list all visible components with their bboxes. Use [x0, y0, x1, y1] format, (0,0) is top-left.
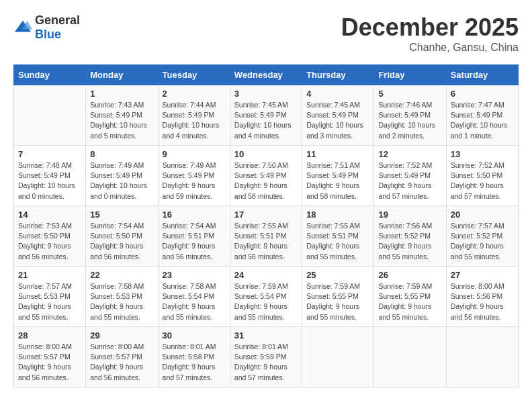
cell-info: Sunrise: 7:58 AM Sunset: 5:53 PM Dayligh…	[90, 281, 153, 322]
cell-info: Sunrise: 7:52 AM Sunset: 5:49 PM Dayligh…	[378, 161, 441, 201]
day-number: 15	[90, 210, 153, 220]
cell-info: Sunrise: 7:43 AM Sunset: 5:49 PM Dayligh…	[90, 100, 153, 141]
month-title: December 2025	[341, 13, 519, 42]
day-number: 30	[163, 330, 226, 340]
day-number: 17	[234, 210, 298, 220]
cell-info: Sunrise: 7:54 AM Sunset: 5:50 PM Dayligh…	[90, 221, 153, 262]
day-number: 21	[18, 270, 81, 280]
day-number: 9	[163, 149, 226, 159]
cell-info: Sunrise: 8:00 AM Sunset: 5:57 PM Dayligh…	[90, 342, 153, 383]
cell-info: Sunrise: 7:54 AM Sunset: 5:51 PM Dayligh…	[163, 221, 226, 262]
calendar-cell: 29Sunrise: 8:00 AM Sunset: 5:57 PM Dayli…	[86, 327, 158, 387]
cell-info: Sunrise: 7:51 AM Sunset: 5:49 PM Dayligh…	[306, 161, 369, 201]
calendar-cell	[14, 85, 86, 146]
cell-info: Sunrise: 7:53 AM Sunset: 5:50 PM Dayligh…	[18, 221, 81, 262]
calendar-cell: 19Sunrise: 7:56 AM Sunset: 5:52 PM Dayli…	[374, 206, 446, 267]
cell-info: Sunrise: 7:55 AM Sunset: 5:51 PM Dayligh…	[306, 221, 369, 262]
cell-info: Sunrise: 7:45 AM Sunset: 5:49 PM Dayligh…	[234, 100, 298, 141]
week-row-1: 7Sunrise: 7:48 AM Sunset: 5:49 PM Daylig…	[14, 146, 519, 206]
calendar-cell	[302, 327, 374, 387]
logo-general: General	[35, 13, 80, 27]
day-number: 7	[18, 149, 81, 159]
day-number: 16	[163, 210, 226, 220]
calendar-cell: 9Sunrise: 7:49 AM Sunset: 5:49 PM Daylig…	[158, 146, 230, 206]
day-number: 13	[451, 149, 514, 159]
weekday-header-saturday: Saturday	[446, 65, 518, 85]
logo: General Blue	[13, 13, 80, 42]
cell-info: Sunrise: 7:55 AM Sunset: 5:51 PM Dayligh…	[234, 221, 298, 262]
day-number: 2	[163, 89, 226, 99]
calendar-cell: 27Sunrise: 8:00 AM Sunset: 5:56 PM Dayli…	[446, 267, 518, 327]
cell-info: Sunrise: 7:49 AM Sunset: 5:49 PM Dayligh…	[90, 161, 153, 201]
calendar-cell: 7Sunrise: 7:48 AM Sunset: 5:49 PM Daylig…	[14, 146, 86, 206]
day-number: 28	[18, 330, 81, 340]
day-number: 25	[306, 270, 369, 280]
calendar-cell	[374, 327, 446, 387]
week-row-2: 14Sunrise: 7:53 AM Sunset: 5:50 PM Dayli…	[14, 206, 519, 267]
cell-info: Sunrise: 7:57 AM Sunset: 5:53 PM Dayligh…	[18, 281, 81, 322]
day-number: 20	[451, 210, 514, 220]
calendar-cell: 10Sunrise: 7:50 AM Sunset: 5:49 PM Dayli…	[230, 146, 302, 206]
weekday-header-monday: Monday	[86, 65, 158, 85]
day-number: 12	[378, 149, 441, 159]
cell-info: Sunrise: 7:58 AM Sunset: 5:54 PM Dayligh…	[163, 281, 226, 322]
day-number: 29	[90, 330, 153, 340]
calendar-cell: 16Sunrise: 7:54 AM Sunset: 5:51 PM Dayli…	[158, 206, 230, 267]
day-number: 27	[451, 270, 514, 280]
calendar-cell: 24Sunrise: 7:59 AM Sunset: 5:54 PM Dayli…	[230, 267, 302, 327]
day-number: 23	[163, 270, 226, 280]
weekday-header-sunday: Sunday	[14, 65, 86, 85]
calendar-cell: 1Sunrise: 7:43 AM Sunset: 5:49 PM Daylig…	[86, 85, 158, 146]
cell-info: Sunrise: 7:48 AM Sunset: 5:49 PM Dayligh…	[18, 161, 81, 201]
cell-info: Sunrise: 7:52 AM Sunset: 5:50 PM Dayligh…	[451, 161, 514, 201]
calendar-cell: 6Sunrise: 7:47 AM Sunset: 5:49 PM Daylig…	[446, 85, 518, 146]
day-number: 5	[378, 89, 441, 99]
cell-info: Sunrise: 7:56 AM Sunset: 5:52 PM Dayligh…	[378, 221, 441, 262]
day-number: 26	[378, 270, 441, 280]
cell-info: Sunrise: 7:50 AM Sunset: 5:49 PM Dayligh…	[234, 161, 298, 201]
calendar-cell: 25Sunrise: 7:59 AM Sunset: 5:55 PM Dayli…	[302, 267, 374, 327]
logo-text: General Blue	[35, 13, 80, 42]
calendar-cell: 11Sunrise: 7:51 AM Sunset: 5:49 PM Dayli…	[302, 146, 374, 206]
calendar-cell: 23Sunrise: 7:58 AM Sunset: 5:54 PM Dayli…	[158, 267, 230, 327]
cell-info: Sunrise: 7:59 AM Sunset: 5:55 PM Dayligh…	[306, 281, 369, 322]
cell-info: Sunrise: 8:00 AM Sunset: 5:56 PM Dayligh…	[451, 281, 514, 322]
cell-info: Sunrise: 7:57 AM Sunset: 5:52 PM Dayligh…	[451, 221, 514, 262]
cell-info: Sunrise: 7:45 AM Sunset: 5:49 PM Dayligh…	[306, 100, 369, 141]
day-number: 10	[234, 149, 298, 159]
calendar-cell: 17Sunrise: 7:55 AM Sunset: 5:51 PM Dayli…	[230, 206, 302, 267]
title-area: December 2025 Chanhe, Gansu, China	[341, 13, 519, 54]
calendar-cell: 15Sunrise: 7:54 AM Sunset: 5:50 PM Dayli…	[86, 206, 158, 267]
day-number: 11	[306, 149, 369, 159]
weekday-header-row: SundayMondayTuesdayWednesdayThursdayFrid…	[14, 65, 519, 85]
calendar-cell: 26Sunrise: 7:59 AM Sunset: 5:55 PM Dayli…	[374, 267, 446, 327]
calendar-cell: 2Sunrise: 7:44 AM Sunset: 5:49 PM Daylig…	[158, 85, 230, 146]
day-number: 31	[234, 330, 298, 340]
calendar-cell	[446, 327, 518, 387]
day-number: 6	[451, 89, 514, 99]
cell-info: Sunrise: 7:47 AM Sunset: 5:49 PM Dayligh…	[451, 100, 514, 141]
calendar-cell: 22Sunrise: 7:58 AM Sunset: 5:53 PM Dayli…	[86, 267, 158, 327]
week-row-0: 1Sunrise: 7:43 AM Sunset: 5:49 PM Daylig…	[14, 85, 519, 146]
cell-info: Sunrise: 8:00 AM Sunset: 5:57 PM Dayligh…	[18, 342, 81, 383]
calendar-cell: 21Sunrise: 7:57 AM Sunset: 5:53 PM Dayli…	[14, 267, 86, 327]
calendar-table: SundayMondayTuesdayWednesdayThursdayFrid…	[13, 64, 519, 387]
weekday-header-wednesday: Wednesday	[230, 65, 302, 85]
day-number: 24	[234, 270, 298, 280]
day-number: 3	[234, 89, 298, 99]
week-row-4: 28Sunrise: 8:00 AM Sunset: 5:57 PM Dayli…	[14, 327, 519, 387]
cell-info: Sunrise: 7:46 AM Sunset: 5:49 PM Dayligh…	[378, 100, 441, 141]
page-header: General Blue December 2025 Chanhe, Gansu…	[13, 13, 519, 54]
location-title: Chanhe, Gansu, China	[341, 42, 519, 54]
logo-blue: Blue	[35, 28, 61, 41]
weekday-header-thursday: Thursday	[302, 65, 374, 85]
calendar-cell: 28Sunrise: 8:00 AM Sunset: 5:57 PM Dayli…	[14, 327, 86, 387]
calendar-cell: 3Sunrise: 7:45 AM Sunset: 5:49 PM Daylig…	[230, 85, 302, 146]
calendar-cell: 13Sunrise: 7:52 AM Sunset: 5:50 PM Dayli…	[446, 146, 518, 206]
day-number: 8	[90, 149, 153, 159]
day-number: 22	[90, 270, 153, 280]
weekday-header-friday: Friday	[374, 65, 446, 85]
week-row-3: 21Sunrise: 7:57 AM Sunset: 5:53 PM Dayli…	[14, 267, 519, 327]
day-number: 4	[306, 89, 369, 99]
day-number: 19	[378, 210, 441, 220]
